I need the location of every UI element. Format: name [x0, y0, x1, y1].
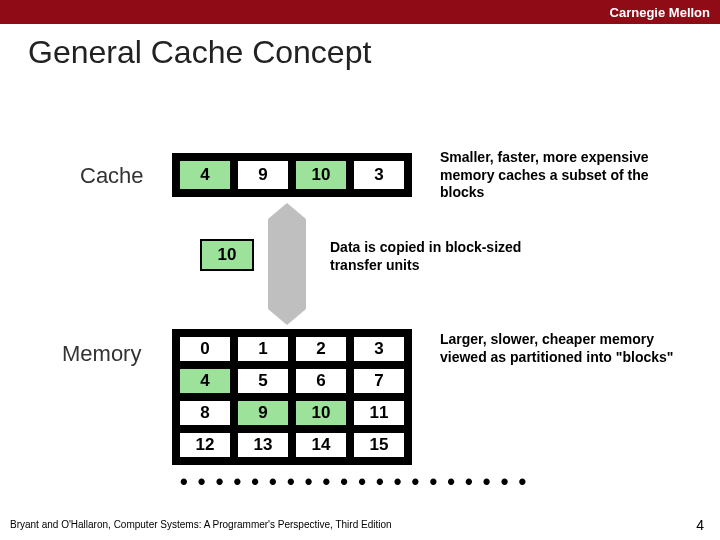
memory-caption: Larger, slower, cheaper memory viewed as… — [440, 331, 680, 366]
memory-label: Memory — [62, 341, 141, 367]
cache-cell: 10 — [294, 159, 348, 191]
cache-caption: Smaller, faster, more expensive memory c… — [440, 149, 680, 202]
mem-cell: 10 — [294, 399, 348, 427]
bidirectional-arrow — [268, 203, 306, 325]
mem-cell: 5 — [236, 367, 290, 395]
mem-cell: 13 — [236, 431, 290, 459]
cache-cell: 9 — [236, 159, 290, 191]
ellipsis-dots: • • • • • • • • • • • • • • • • • • • • — [180, 469, 528, 495]
mem-cell: 9 — [236, 399, 290, 427]
mem-cell: 12 — [178, 431, 232, 459]
mem-cell: 0 — [178, 335, 232, 363]
mem-cell: 15 — [352, 431, 406, 459]
mem-cell: 1 — [236, 335, 290, 363]
mem-cell: 11 — [352, 399, 406, 427]
transfer-cell: 10 — [200, 239, 254, 271]
memory-grid: 0 1 2 3 4 5 6 7 8 9 10 11 12 13 14 15 — [172, 329, 412, 465]
cache-cell: 3 — [352, 159, 406, 191]
brand-label: Carnegie Mellon — [610, 5, 710, 20]
mem-cell: 7 — [352, 367, 406, 395]
mem-cell: 6 — [294, 367, 348, 395]
mem-cell: 14 — [294, 431, 348, 459]
cache-cell: 4 — [178, 159, 232, 191]
transfer-caption: Data is copied in block-sized transfer u… — [330, 239, 540, 274]
header-bar: Carnegie Mellon — [0, 0, 720, 24]
mem-cell: 2 — [294, 335, 348, 363]
cache-label: Cache — [80, 163, 144, 189]
mem-cell: 3 — [352, 335, 406, 363]
mem-cell: 8 — [178, 399, 232, 427]
slide-title: General Cache Concept — [0, 24, 720, 71]
mem-cell: 4 — [178, 367, 232, 395]
cache-grid: 4 9 10 3 — [172, 153, 412, 197]
